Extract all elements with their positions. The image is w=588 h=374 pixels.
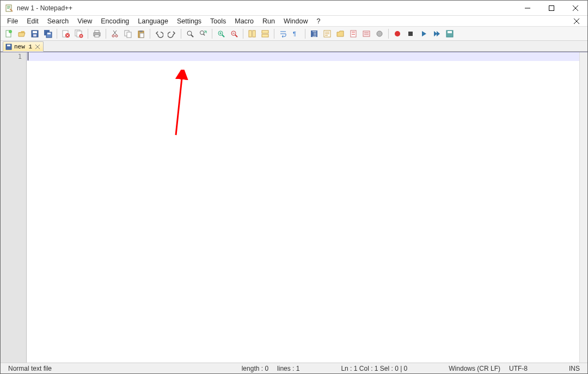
save-all-icon[interactable]	[42, 28, 54, 40]
svg-rect-69	[363, 31, 370, 36]
svg-rect-67	[352, 32, 355, 33]
svg-rect-27	[95, 30, 99, 33]
folder-workspace-icon[interactable]	[334, 28, 346, 40]
macro-play-multi-icon[interactable]	[431, 28, 443, 40]
user-lang-icon[interactable]	[321, 28, 333, 40]
svg-rect-5	[549, 5, 554, 10]
menu-search[interactable]: Search	[43, 16, 74, 26]
svg-rect-35	[127, 32, 131, 38]
file-tab[interactable]: new 1	[3, 41, 44, 52]
svg-point-41	[200, 30, 204, 34]
macro-play-icon[interactable]	[418, 28, 430, 40]
svg-rect-50	[249, 30, 252, 37]
menu-window[interactable]: Window	[279, 16, 312, 26]
svg-point-72	[377, 31, 382, 36]
current-line-highlight	[27, 52, 579, 61]
menu-file[interactable]: File	[3, 16, 22, 26]
tab-close-icon[interactable]	[34, 44, 41, 50]
svg-rect-29	[95, 35, 99, 37]
zoom-in-icon[interactable]	[215, 28, 227, 40]
svg-text:¶: ¶	[293, 30, 296, 37]
menu-macro[interactable]: Macro	[230, 16, 258, 26]
line-number: 1	[1, 52, 22, 61]
menu-tools[interactable]: Tools	[206, 16, 230, 26]
close-all-icon[interactable]	[73, 28, 85, 40]
print-icon[interactable]	[91, 28, 103, 40]
redo-icon[interactable]	[166, 28, 178, 40]
zoom-out-icon[interactable]	[228, 28, 240, 40]
svg-rect-17	[47, 33, 51, 34]
new-file-icon[interactable]	[3, 28, 15, 40]
status-filetype: Normal text file	[4, 365, 56, 372]
text-editor[interactable]	[27, 52, 579, 363]
svg-rect-14	[33, 34, 36, 36]
status-insert-mode[interactable]: INS	[565, 365, 584, 372]
macro-save-icon[interactable]	[444, 28, 456, 40]
doc-map-icon[interactable]	[347, 28, 359, 40]
svg-rect-3	[7, 8, 9, 9]
find-icon[interactable]	[184, 28, 196, 40]
copy-icon[interactable]	[122, 28, 134, 40]
title-bar: new 1 - Notepad++	[1, 1, 587, 16]
sync-horizontal-icon[interactable]	[259, 28, 271, 40]
status-encoding[interactable]: UTF-8	[505, 365, 532, 372]
svg-rect-78	[7, 45, 10, 46]
menu-bar: File Edit Search View Encoding Language …	[1, 16, 587, 27]
caret	[28, 52, 28, 60]
svg-rect-76	[448, 31, 452, 33]
menu-run[interactable]: Run	[258, 16, 279, 26]
close-button[interactable]	[564, 1, 587, 16]
app-window: new 1 - Notepad++ File Edit Search View …	[0, 0, 588, 374]
menu-settings[interactable]: Settings	[173, 16, 206, 26]
replace-icon[interactable]	[197, 28, 209, 40]
menu-language[interactable]: Language	[133, 16, 173, 26]
status-position: Ln : 1 Col : 1 Sel : 0 | 0	[336, 365, 412, 372]
undo-icon[interactable]	[153, 28, 165, 40]
minimize-button[interactable]	[516, 1, 540, 16]
show-all-chars-icon[interactable]: ¶	[290, 28, 302, 40]
svg-rect-51	[253, 30, 255, 37]
file-tab-label: new 1	[14, 44, 32, 50]
secondary-close-button[interactable]	[570, 16, 583, 26]
gutter: 1	[1, 52, 27, 363]
svg-rect-1	[7, 6, 10, 7]
window-title: new 1 - Notepad++	[17, 4, 72, 12]
tab-save-icon	[5, 44, 12, 50]
doc-list-icon[interactable]	[360, 28, 372, 40]
status-bar: Normal text file length : 0 lines : 1 Ln…	[1, 363, 587, 373]
macro-stop-icon[interactable]	[405, 28, 416, 40]
menu-edit[interactable]: Edit	[22, 16, 43, 26]
svg-rect-74	[408, 32, 413, 36]
menu-encoding[interactable]: Encoding	[96, 16, 133, 26]
svg-rect-52	[262, 30, 268, 33]
svg-point-73	[395, 31, 400, 36]
svg-rect-13	[33, 31, 37, 33]
word-wrap-icon[interactable]	[277, 28, 289, 40]
indent-guide-icon[interactable]	[308, 28, 320, 40]
window-controls	[516, 1, 587, 16]
toolbar: ¶	[1, 27, 587, 41]
save-icon[interactable]	[29, 28, 41, 40]
app-icon	[5, 4, 14, 13]
status-eol[interactable]: Windows (CR LF)	[444, 365, 505, 372]
svg-rect-38	[140, 33, 144, 38]
svg-point-39	[187, 31, 192, 35]
macro-record-icon[interactable]	[391, 28, 403, 40]
sync-vertical-icon[interactable]	[246, 28, 258, 40]
svg-point-33	[115, 35, 118, 37]
close-file-icon[interactable]	[60, 28, 72, 40]
open-file-icon[interactable]	[16, 28, 28, 40]
svg-rect-2	[7, 7, 10, 8]
svg-rect-37	[139, 30, 143, 32]
svg-rect-68	[352, 34, 355, 35]
paste-icon[interactable]	[135, 28, 147, 40]
function-list-icon[interactable]	[373, 28, 385, 40]
svg-point-11	[9, 30, 12, 33]
cut-icon[interactable]	[109, 28, 121, 40]
svg-line-49	[235, 35, 237, 37]
maximize-button[interactable]	[540, 1, 564, 16]
vertical-scrollbar[interactable]	[579, 52, 587, 363]
svg-line-46	[222, 35, 224, 37]
menu-help[interactable]: ?	[312, 16, 324, 26]
menu-view[interactable]: View	[73, 16, 96, 26]
